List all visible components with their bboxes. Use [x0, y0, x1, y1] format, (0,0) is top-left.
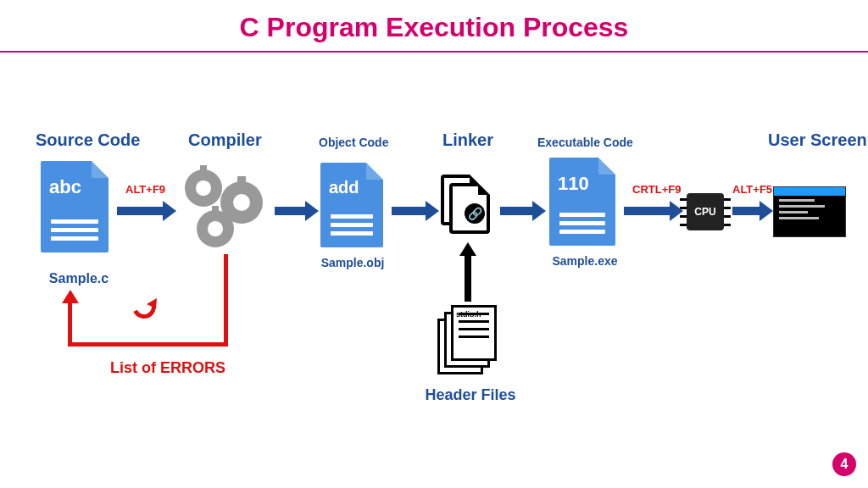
arrow-object-to-linker: [392, 207, 427, 215]
doc-lines-icon: [331, 210, 373, 236]
doc-lines-icon: [51, 215, 98, 241]
arrow-headers-to-linker: [465, 254, 471, 302]
arrow-linker-to-executable: [500, 207, 534, 215]
source-file-icon: abc: [41, 161, 108, 252]
label-linker: Linker: [442, 130, 493, 150]
error-path-down: [224, 254, 228, 346]
compiler-gears-icon: [181, 166, 268, 251]
label-object-code: Object Code: [319, 136, 388, 149]
doc-lines-icon: [559, 208, 605, 234]
terminal-icon: [773, 186, 846, 237]
label-user-screen: User Screen: [768, 130, 867, 150]
hotkey-compile: ALT+F9: [125, 183, 165, 196]
label-executable-code: Executable Code: [537, 136, 633, 149]
object-file-icon: add: [320, 163, 383, 247]
page-number-badge: 4: [832, 452, 856, 476]
source-file-text: abc: [49, 176, 81, 198]
linker-icon: 🔗: [441, 175, 492, 239]
caption-executable: Sample.exe: [542, 254, 627, 268]
hotkey-view: ALT+F5: [732, 183, 772, 196]
error-path-up: [68, 302, 72, 346]
title-rule: [0, 51, 868, 53]
arrow-executable-to-cpu: [624, 207, 671, 215]
redo-icon: [129, 291, 159, 322]
error-path-across: [68, 342, 228, 347]
label-compiler: Compiler: [188, 130, 262, 150]
cpu-label: CPU: [694, 206, 715, 218]
cpu-icon: CPU: [687, 193, 724, 230]
object-file-text: add: [329, 178, 359, 197]
arrow-source-to-compiler: [117, 207, 164, 215]
arrow-cpu-to-screen: [732, 207, 761, 215]
label-header-files: Header Files: [415, 386, 526, 404]
header-files-icon: stdio.h: [437, 305, 497, 376]
caption-object: Sample.obj: [310, 256, 395, 269]
arrow-compiler-to-object: [275, 207, 307, 215]
slide-title: C Program Execution Process: [0, 0, 868, 43]
executable-file-icon: 110: [549, 158, 615, 246]
header-file-example: stdio.h: [456, 310, 481, 319]
executable-file-text: 110: [558, 173, 589, 195]
hotkey-run: CRTL+F9: [632, 183, 681, 196]
label-errors: List of ERRORS: [110, 359, 225, 377]
caption-source: Sample.c: [41, 271, 117, 286]
label-source-code: Source Code: [36, 130, 140, 150]
link-chain-icon: 🔗: [465, 203, 485, 224]
